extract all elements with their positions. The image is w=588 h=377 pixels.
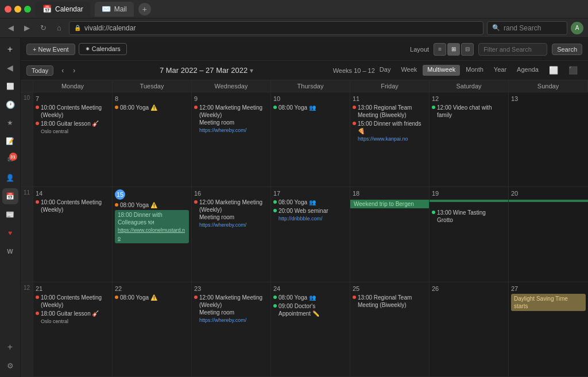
home-button[interactable]: ⌂ <box>53 22 65 34</box>
event-bergen-start[interactable]: Weekend trip to Bergen <box>350 200 429 208</box>
search-bar[interactable]: 🔍 rand Search <box>487 21 567 35</box>
layout-btn-grid[interactable]: ⊞ <box>447 43 460 56</box>
sidebar-icon-add-bottom[interactable]: + <box>2 339 18 355</box>
sidebar-icon-tab[interactable]: ⬜ <box>2 78 18 94</box>
event-contents-w10[interactable]: 10:00 Contents Meeting (Weekly) <box>36 104 110 119</box>
sidebar-icon-mail[interactable]: ✉ 31 <box>2 151 18 168</box>
view-btn-agenda[interactable]: Agenda <box>512 65 543 76</box>
day-cell-mar25[interactable]: 25 13:00 Regional Team Meeting (Biweekly… <box>350 282 430 376</box>
event-wine-mar19[interactable]: 13:00 Wine TastingGrotto <box>432 209 506 224</box>
day-cell-mar24[interactable]: 24 08:00 Yoga 👥 09:00 Doctor's Appointme… <box>271 282 350 376</box>
view-btn-icon2[interactable]: ⬛ <box>564 65 582 76</box>
back-nav-button[interactable]: ◀ <box>5 22 17 34</box>
search-text: rand Search <box>504 24 541 32</box>
day-cell-mar12[interactable]: 12 12:00 Video chat with family <box>430 92 509 186</box>
day-cell-mar23[interactable]: 23 12:00 Marketing Meeting (Weekly)Meeti… <box>192 282 271 376</box>
day-cell-mar17[interactable]: 17 08:00 Yoga 👥 20:00 Web seminarhttp://… <box>271 187 350 281</box>
day-cell-mar8[interactable]: 8 08:00 Yoga ⚠️ <box>113 92 192 186</box>
view-btn-month[interactable]: Month <box>461 65 488 76</box>
day-cell-mar27[interactable]: 27 Daylight Saving Time starts <box>509 282 588 376</box>
sidebar-icon-settings[interactable]: ⚙ <box>2 357 18 374</box>
event-dinner-colleagues-mar15[interactable]: 18:00 Dinner with Colleagues 🍽 https://w… <box>115 210 189 243</box>
event-dinner-mar11[interactable]: 15:00 Dinner with friends 🍕https://www.k… <box>353 120 427 143</box>
event-dst-mar27[interactable]: Daylight Saving Time starts <box>511 294 586 311</box>
day-cell-mar21[interactable]: 21 10:00 Contents Meeting (Weekly) 18:00… <box>33 282 113 376</box>
event-marketing-mar16[interactable]: 12:00 Marketing Meeting (Weekly)Meeting … <box>194 199 268 229</box>
layout-btn-list[interactable]: ≡ <box>434 43 446 56</box>
event-doctor-mar24[interactable]: 09:00 Doctor's Appointment ✏️ <box>273 302 347 317</box>
minimize-button[interactable] <box>14 6 21 13</box>
day-cell-mar26[interactable]: 26 <box>430 282 509 376</box>
view-btn-multiweek[interactable]: Multiweek <box>423 65 460 76</box>
event-yoga-mar10[interactable]: 08:00 Yoga 👥 <box>273 104 347 111</box>
day-cell-mar18[interactable]: 18 Weekend trip to Bergen <box>350 187 430 281</box>
event-contents-mar14[interactable]: 10:00 Contents Meeting (Weekly) <box>36 199 110 213</box>
view-btn-icon1[interactable]: ⬜ <box>544 65 563 76</box>
calendar-tab-label: Calendar <box>55 5 83 13</box>
today-button[interactable]: Today <box>26 65 53 76</box>
event-dot <box>194 200 198 204</box>
event-webinar-mar17[interactable]: 20:00 Web seminarhttp://dribbble.com/ <box>273 207 347 223</box>
day-cell-mar11[interactable]: 11 13:00 Regional Team Meeting (Biweekly… <box>350 92 430 186</box>
event-guitar-w10[interactable]: 18:00 Guitar lesson 🎸Oslo central <box>36 120 110 135</box>
event-contents-mar21[interactable]: 10:00 Contents Meeting (Weekly) <box>36 294 110 309</box>
sidebar-icon-workspaces[interactable]: W <box>2 243 18 259</box>
event-marketing-mar23[interactable]: 12:00 Marketing Meeting (Weekly)Meeting … <box>194 294 268 324</box>
new-tab-button[interactable]: + <box>138 3 151 15</box>
reload-button[interactable]: ↻ <box>37 22 49 34</box>
sidebar-icon-add[interactable]: + <box>2 41 18 57</box>
close-button[interactable] <box>5 6 11 13</box>
day-cell-mar20[interactable]: 20 <box>509 187 588 281</box>
day-cell-mar19[interactable]: 19 13:00 Wine TastingGrotto <box>430 187 509 281</box>
day-cell-mar16[interactable]: 16 12:00 Marketing Meeting (Weekly)Meeti… <box>192 187 271 281</box>
sidebar-icon-feeds[interactable]: 📰 <box>2 207 18 223</box>
tab-mail[interactable]: ✉️ Mail <box>95 2 134 17</box>
event-yoga-mar24[interactable]: 08:00 Yoga 👥 <box>273 294 347 301</box>
search-button[interactable]: Search <box>552 44 582 55</box>
calendars-button[interactable]: ⁕ Calendars <box>79 43 127 55</box>
event-yoga-mar17[interactable]: 08:00 Yoga 👥 <box>273 199 347 206</box>
event-yoga-mar15[interactable]: 08:00 Yoga ⚠️ <box>115 201 189 209</box>
event-videochat-mar12[interactable]: 12:00 Video chat with family <box>432 104 506 119</box>
app-container: + ◀ ⬜ 🕐 ★ 📝 ✉ 31 👤 📅 📰 ♥ W + ⚙ + New Eve… <box>0 38 588 377</box>
new-event-button[interactable]: + New Event <box>26 44 75 55</box>
event-text: 08:00 Yoga 👥 <box>278 294 316 301</box>
day-cell-mar22[interactable]: 22 08:00 Yoga ⚠️ <box>113 282 192 376</box>
layout-btn-compact[interactable]: ⊟ <box>461 43 474 56</box>
day-cell-mar7[interactable]: 7 10:00 Contents Meeting (Weekly) 18:00 … <box>33 92 113 186</box>
event-dot <box>273 209 277 212</box>
day-cell-mar13[interactable]: 13 <box>509 92 588 186</box>
view-btn-day[interactable]: Day <box>375 65 396 76</box>
event-yoga-mar8[interactable]: 08:00 Yoga ⚠️ <box>115 104 189 111</box>
event-regional-mar25[interactable]: 13:00 Regional Team Meeting (Biweekly) <box>353 294 427 309</box>
event-regional-mar11[interactable]: 13:00 Regional Team Meeting (Biweekly) <box>353 104 427 119</box>
event-text: 15:00 Dinner with friends 🍕https://www.k… <box>358 120 427 143</box>
event-marketing-mar9[interactable]: 12:00 Marketing Meeting (Weekly)Meeting … <box>194 104 268 134</box>
day-cell-mar15[interactable]: 15 08:00 Yoga ⚠️ 18:00 Dinner with Colle… <box>113 187 192 281</box>
sidebar-icon-back[interactable]: ◀ <box>2 60 18 76</box>
view-btn-year[interactable]: Year <box>489 65 511 76</box>
sidebar-icon-calendar[interactable]: 📅 <box>2 188 18 204</box>
filter-input[interactable] <box>478 43 547 56</box>
sidebar-icon-heart[interactable]: ♥ <box>2 225 18 241</box>
event-guitar-mar21[interactable]: 18:00 Guitar lesson 🎸Oslo central <box>36 310 110 325</box>
sidebar-icon-notes[interactable]: 📝 <box>2 133 18 149</box>
sidebar-icon-history[interactable]: 🕐 <box>2 96 18 112</box>
prev-period-button[interactable]: ‹ <box>57 65 68 76</box>
navigation-bar: ◀ ▶ ↻ ⌂ 🔒 vivaldi://calendar 🔍 rand Sear… <box>0 18 588 38</box>
day-cell-mar14[interactable]: 14 10:00 Contents Meeting (Weekly) <box>33 187 113 281</box>
sidebar-icon-bookmarks[interactable]: ★ <box>2 115 18 131</box>
profile-button[interactable]: A <box>571 22 583 34</box>
day-cell-mar9[interactable]: 9 12:00 Marketing Meeting (Weekly)Meetin… <box>192 92 271 186</box>
maximize-button[interactable] <box>24 6 31 13</box>
layout-buttons: ≡ ⊞ ⊟ <box>434 43 474 56</box>
event-yoga-mar22[interactable]: 08:00 Yoga ⚠️ <box>115 294 189 301</box>
url-bar[interactable]: 🔒 vivaldi://calendar <box>69 21 483 35</box>
tab-calendar[interactable]: 📅 Calendar <box>36 2 90 17</box>
day-cell-mar10[interactable]: 10 08:00 Yoga 👥 <box>271 92 350 186</box>
sidebar-icon-contacts[interactable]: 👤 <box>2 170 18 186</box>
view-btn-week[interactable]: Week <box>396 65 421 76</box>
forward-nav-button[interactable]: ▶ <box>21 22 33 34</box>
browser-chrome: 📅 Calendar ✉️ Mail + <box>0 0 588 18</box>
next-period-button[interactable]: › <box>68 65 80 76</box>
